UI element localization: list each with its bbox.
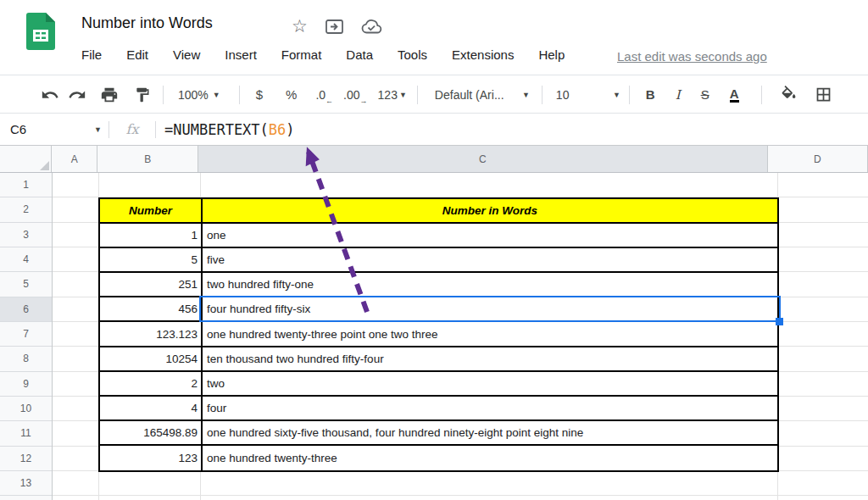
table-row: 456 four hundred fifty-six bbox=[100, 297, 777, 322]
formula-bar-divider bbox=[155, 121, 156, 138]
sheets-logo-icon[interactable] bbox=[26, 13, 55, 51]
name-box[interactable]: C6 ▼ bbox=[0, 122, 108, 136]
cell-c10[interactable]: four bbox=[203, 397, 777, 419]
cell-c12[interactable]: one hundred twenty-three bbox=[203, 446, 777, 470]
star-icon[interactable]: ☆ bbox=[292, 16, 308, 36]
table-header-row: Number Number in Words bbox=[100, 199, 777, 224]
increase-decimal-button[interactable]: .00→ bbox=[343, 88, 367, 102]
row-header-1[interactable]: 1 bbox=[0, 173, 52, 197]
menu-help[interactable]: Help bbox=[538, 47, 565, 62]
borders-icon[interactable] bbox=[815, 86, 832, 103]
fill-color-icon[interactable] bbox=[780, 86, 798, 103]
row-headers: 1 2 3 4 5 6 7 8 9 10 11 12 13 bbox=[0, 173, 53, 500]
formula-input[interactable]: =NUMBERTEXT(B6) bbox=[164, 121, 295, 138]
table-row: 10254 ten thousand two hundred fifty-fou… bbox=[100, 347, 777, 372]
row-header-13[interactable]: 13 bbox=[0, 471, 52, 496]
cell-b3[interactable]: 1 bbox=[100, 224, 203, 247]
cell-c7[interactable]: one hundred twenty-three point one two t… bbox=[203, 322, 777, 345]
menu-tools[interactable]: Tools bbox=[398, 47, 427, 62]
formula-cell-reference: B6 bbox=[269, 121, 286, 138]
cell-b5[interactable]: 251 bbox=[100, 273, 203, 296]
row-header-12[interactable]: 12 bbox=[0, 447, 52, 471]
more-formats-button[interactable]: 123▼ bbox=[378, 88, 407, 102]
column-header-d[interactable]: D bbox=[768, 146, 868, 172]
toolbar-divider bbox=[163, 86, 164, 104]
zoom-select[interactable]: 100%▼ bbox=[178, 88, 220, 102]
chevron-down-icon: ▼ bbox=[613, 91, 620, 99]
toolbar-divider bbox=[629, 86, 630, 104]
cell-b12[interactable]: 123 bbox=[100, 446, 203, 470]
text-color-button[interactable]: A bbox=[730, 87, 739, 103]
cloud-saved-icon[interactable] bbox=[361, 19, 382, 34]
chevron-down-icon: ▼ bbox=[213, 91, 220, 99]
row-header-10[interactable]: 10 bbox=[0, 397, 52, 421]
cell-b6[interactable]: 456 bbox=[100, 297, 203, 320]
last-edit-link[interactable]: Last edit was seconds ago bbox=[617, 49, 767, 64]
format-currency-button[interactable]: $ bbox=[256, 87, 263, 102]
redo-icon[interactable] bbox=[68, 86, 86, 104]
font-size-select[interactable]: 10▼ bbox=[556, 88, 620, 102]
column-header-a[interactable]: A bbox=[52, 146, 97, 172]
header-cell-words[interactable]: Number in Words bbox=[203, 199, 777, 222]
strikethrough-button[interactable]: S bbox=[701, 87, 709, 102]
number-table: Number Number in Words 1 one 5 five 251 … bbox=[98, 197, 779, 472]
cell-c3[interactable]: one bbox=[203, 224, 777, 247]
menu-view[interactable]: View bbox=[173, 47, 200, 62]
app-bar: Number into Words ☆ File Edit View Inser… bbox=[0, 0, 868, 75]
table-row: 251 two hundred fifty-one bbox=[100, 273, 777, 297]
cell-b8[interactable]: 10254 bbox=[100, 347, 203, 370]
row-header-partial bbox=[0, 496, 52, 500]
row-header-7[interactable]: 7 bbox=[0, 322, 52, 347]
cell-c8[interactable]: ten thousand two hundred fifty-four bbox=[203, 347, 777, 370]
decrease-decimal-button[interactable]: .0← bbox=[315, 88, 333, 102]
column-headers: A B C D bbox=[0, 146, 868, 173]
row-header-9[interactable]: 9 bbox=[0, 372, 52, 397]
chevron-down-icon: ▼ bbox=[399, 91, 407, 99]
cell-b4[interactable]: 5 bbox=[100, 248, 203, 271]
menu-format[interactable]: Format bbox=[281, 47, 322, 62]
bold-button[interactable]: B bbox=[646, 87, 655, 102]
menu-data[interactable]: Data bbox=[346, 47, 373, 62]
fill-handle[interactable] bbox=[776, 318, 783, 325]
google-sheets-app: Number into Words ☆ File Edit View Inser… bbox=[0, 0, 868, 500]
cell-c11[interactable]: one hundred sixty-five thousand, four hu… bbox=[203, 421, 777, 444]
row-header-4[interactable]: 4 bbox=[0, 247, 52, 272]
row-header-2[interactable]: 2 bbox=[0, 197, 52, 222]
cell-b9[interactable]: 2 bbox=[100, 372, 203, 395]
cell-b10[interactable]: 4 bbox=[100, 397, 203, 419]
table-row: 5 five bbox=[100, 248, 777, 273]
row-header-3[interactable]: 3 bbox=[0, 223, 52, 247]
cell-c6-selected[interactable]: four hundred fifty-six bbox=[203, 297, 777, 320]
cell-b7[interactable]: 123.123 bbox=[100, 322, 203, 345]
document-title[interactable]: Number into Words bbox=[81, 14, 213, 32]
column-header-b[interactable]: B bbox=[97, 146, 198, 172]
move-to-folder-icon[interactable] bbox=[326, 19, 343, 34]
table-row: 2 two bbox=[100, 372, 777, 397]
menu-file[interactable]: File bbox=[81, 47, 102, 62]
cell-c4[interactable]: five bbox=[203, 248, 777, 271]
toolbar-divider bbox=[542, 86, 542, 104]
row-header-11[interactable]: 11 bbox=[0, 421, 52, 446]
font-select[interactable]: Default (Ari...▼ bbox=[435, 88, 530, 102]
cell-c9[interactable]: two bbox=[203, 372, 777, 395]
table-row: 165498.89 one hundred sixty-five thousan… bbox=[100, 421, 777, 446]
menu-extensions[interactable]: Extensions bbox=[452, 47, 514, 62]
undo-icon[interactable] bbox=[41, 86, 59, 104]
menu-edit[interactable]: Edit bbox=[126, 47, 148, 62]
chevron-down-icon: ▼ bbox=[522, 91, 530, 99]
row-header-5[interactable]: 5 bbox=[0, 272, 52, 297]
menu-insert[interactable]: Insert bbox=[225, 47, 257, 62]
column-header-c[interactable]: C bbox=[198, 146, 768, 172]
cell-c5[interactable]: two hundred fifty-one bbox=[203, 273, 777, 296]
toolbar-divider bbox=[417, 86, 418, 104]
row-header-6[interactable]: 6 bbox=[0, 297, 52, 322]
format-percent-button[interactable]: % bbox=[286, 87, 297, 102]
select-all-corner[interactable] bbox=[0, 146, 52, 172]
paint-format-icon[interactable] bbox=[134, 86, 151, 104]
print-icon[interactable] bbox=[100, 86, 119, 104]
row-header-8[interactable]: 8 bbox=[0, 347, 52, 371]
menu-bar: File Edit View Insert Format Data Tools … bbox=[81, 47, 565, 62]
cell-b11[interactable]: 165498.89 bbox=[100, 421, 203, 444]
header-cell-number[interactable]: Number bbox=[100, 199, 203, 222]
italic-button[interactable]: I bbox=[676, 87, 681, 103]
